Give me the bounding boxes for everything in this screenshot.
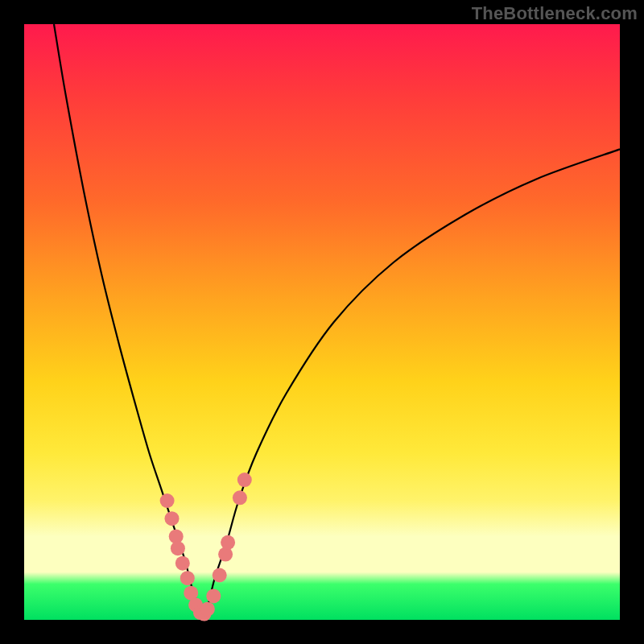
marker-point — [218, 547, 233, 562]
marker-point — [221, 535, 235, 550]
watermark-label: TheBottleneck.com — [472, 3, 638, 24]
marker-point — [206, 588, 221, 603]
marker-point — [180, 571, 195, 585]
marker-point — [165, 511, 180, 526]
chart-frame: TheBottleneck.com — [0, 0, 644, 644]
marker-point — [200, 602, 215, 617]
marker-point — [171, 541, 185, 555]
plot-area — [24, 24, 620, 620]
curve-right-branch — [203, 149, 620, 620]
curve-left-branch — [54, 24, 203, 620]
marker-point — [213, 568, 227, 583]
marker-point — [237, 473, 252, 487]
v-curve — [54, 24, 620, 620]
marker-point — [160, 493, 175, 508]
marker-point — [175, 556, 190, 571]
marker-point — [233, 490, 247, 505]
markers-group — [160, 473, 252, 621]
chart-svg — [24, 24, 620, 620]
